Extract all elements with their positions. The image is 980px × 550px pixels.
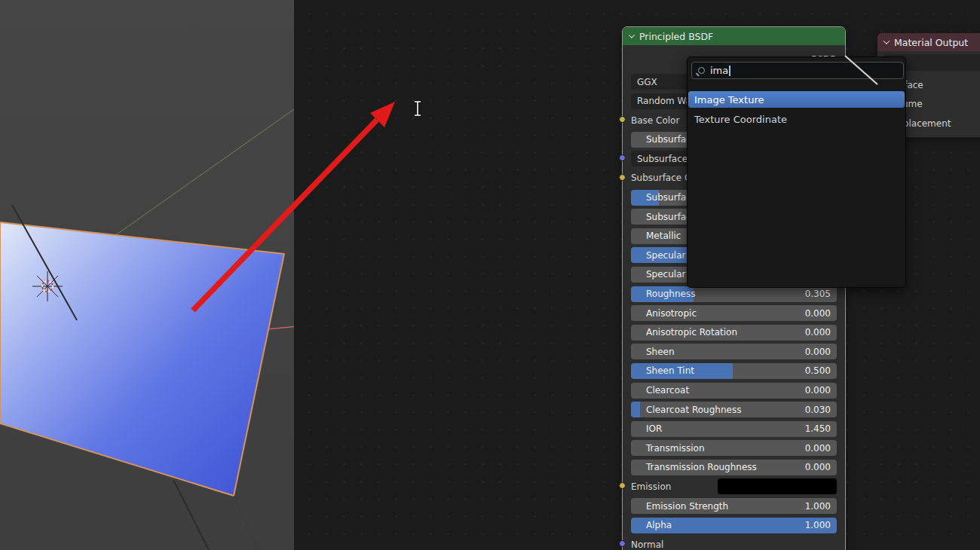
row-ior[interactable]: IOR1.450 <box>631 421 837 437</box>
socket-purple[interactable] <box>619 540 626 547</box>
blender-window: Principled BSDF BSDF GGXRandom WalkBase … <box>0 0 980 550</box>
collapse-chevron-icon[interactable] <box>884 38 890 44</box>
material-output-header[interactable]: Material Output <box>877 33 980 51</box>
search-result-texture-coordinate[interactable]: Texture Coordinate <box>688 111 905 127</box>
slider-value: 1.000 <box>805 520 837 530</box>
slider-value: 0.030 <box>805 405 837 415</box>
result-label: Image Texture <box>694 94 764 105</box>
row-transmission[interactable]: Transmission0.000 <box>631 440 837 456</box>
slider-value: 0.000 <box>805 347 837 357</box>
input-label: Base Color <box>631 115 679 126</box>
row-sheen[interactable]: Sheen0.000 <box>631 344 837 359</box>
slider-value: 0.500 <box>805 365 837 376</box>
input-label: Normal <box>631 539 663 550</box>
row-clearcoat[interactable]: Clearcoat0.000 <box>631 383 837 399</box>
row-alpha[interactable]: Alpha1.000 <box>631 518 837 533</box>
slider-label: Specular <box>631 250 685 261</box>
slider-value: 0.000 <box>805 327 837 338</box>
grid-line-dark <box>173 480 209 550</box>
slider-label: Roughness <box>631 289 695 299</box>
viewport-3d[interactable] <box>0 0 294 550</box>
select-value: GGX <box>631 77 657 87</box>
socket-yellow[interactable] <box>619 174 626 181</box>
slider-label: Transmission <box>631 443 705 454</box>
socket-yellow[interactable] <box>619 116 626 123</box>
slider-value: 0.000 <box>805 385 837 396</box>
text-caret <box>729 66 730 76</box>
node-title: Principled BSDF <box>639 31 713 42</box>
search-result-image-texture[interactable]: Image Texture <box>688 91 905 108</box>
slider-value: 0.000 <box>805 443 837 454</box>
slider-label: Anisotropic Rotation <box>631 327 737 338</box>
row-sheen-tint[interactable]: Sheen Tint0.500 <box>631 363 837 379</box>
principled-bsdf-header[interactable]: Principled BSDF <box>623 27 845 45</box>
socket-yellow[interactable] <box>619 482 626 489</box>
slider-value: 1.000 <box>805 501 837 512</box>
slider-label: IOR <box>631 423 662 434</box>
row-transmission-roughness[interactable]: Transmission Roughness0.000 <box>631 460 837 475</box>
input-label: Emission <box>631 481 671 492</box>
row-anisotropic[interactable]: Anisotropic0.000 <box>631 305 837 321</box>
search-query-text: ima <box>710 65 728 76</box>
row-emission[interactable]: Emission <box>631 478 837 494</box>
collapse-chevron-icon[interactable] <box>629 32 635 38</box>
slider-label: Sheen <box>631 347 675 357</box>
result-label: Texture Coordinate <box>694 114 787 125</box>
slider-label: Anisotropic <box>631 308 697 319</box>
search-icon <box>698 67 705 74</box>
node-title: Material Output <box>894 37 968 48</box>
slider-value: 1.450 <box>805 423 837 434</box>
socket-purple[interactable] <box>619 154 626 161</box>
slider-value: 0.000 <box>805 308 837 319</box>
slider-label: Metallic <box>631 231 681 241</box>
row-clearcoat-roughness[interactable]: Clearcoat Roughness0.030 <box>631 402 837 417</box>
axis-line-red <box>268 327 294 330</box>
row-roughness[interactable]: Roughness0.305 <box>631 286 837 302</box>
search-input[interactable]: ima <box>691 62 904 79</box>
3d-cursor-icon <box>32 271 63 301</box>
slider-label: Transmission Roughness <box>631 462 757 472</box>
slider-label: Emission Strength <box>631 501 728 512</box>
viewport-scene <box>0 0 294 550</box>
grid-line-faint <box>234 496 258 550</box>
plane-object <box>0 222 284 496</box>
slider-label: Clearcoat <box>631 385 689 396</box>
node-search-popup: ima Image TextureTexture Coordinate <box>687 57 906 288</box>
slider-value: 0.000 <box>805 462 837 472</box>
shader-node-editor[interactable]: Principled BSDF BSDF GGXRandom WalkBase … <box>294 0 980 550</box>
row-emission-strength[interactable]: Emission Strength1.000 <box>631 498 837 514</box>
slider-label: Clearcoat Roughness <box>631 405 741 415</box>
row-anisotropic-rotation[interactable]: Anisotropic Rotation0.000 <box>631 325 837 341</box>
slider-label: Sheen Tint <box>631 365 694 376</box>
row-normal: Normal <box>631 536 837 550</box>
slider-value: 0.305 <box>805 289 837 299</box>
slider-label: Alpha <box>631 520 672 530</box>
search-results-list: Image TextureTexture Coordinate <box>688 91 905 130</box>
color-swatch[interactable] <box>718 478 837 494</box>
